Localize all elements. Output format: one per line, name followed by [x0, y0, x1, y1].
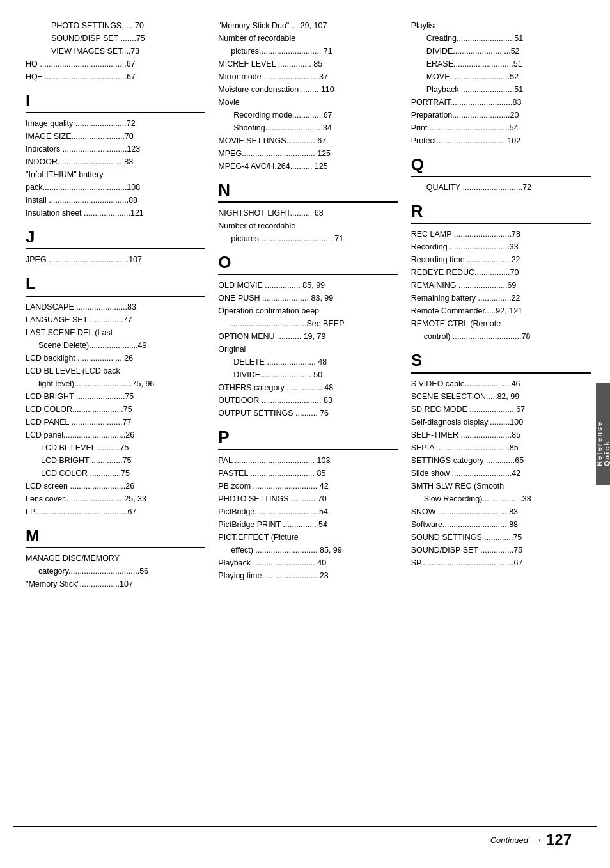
entry-erase: ERASE...........................51: [411, 58, 591, 70]
entry-sound-disp: SOUND/DISP SET ...............75: [411, 544, 591, 556]
entry-option-menu: OPTION MENU ........... 19, 79: [218, 330, 398, 343]
footer: Continued → 127: [13, 826, 597, 849]
entry-photo-settings: PHOTO SETTINGS ........... 70: [218, 493, 398, 505]
entry-old-movie: OLD MOVIE ................ 85, 99: [218, 279, 398, 292]
section-l: L: [26, 274, 205, 296]
entry-image-quality: Image quality .......................72: [26, 117, 205, 130]
entry-install: Install ................................…: [26, 194, 205, 207]
entry-self-timer: SELF-TIMER .......................85: [411, 429, 591, 441]
section-p: P: [218, 427, 398, 450]
entry-s-video: S VIDEO cable.....................46: [411, 377, 591, 390]
hqplus-entry: HQ+ ....................................…: [26, 70, 205, 83]
entry-lcd-bright-sub: LCD BRIGHT ..............75: [26, 454, 205, 467]
entry-num-recordable2: Number of recordable: [218, 219, 398, 232]
entry-lcd-color: LCD COLOR.......................75: [26, 403, 205, 416]
entry-lens-cover: Lens cover...........................25,…: [26, 493, 205, 505]
entry-manage-disc-page: category................................…: [26, 565, 205, 578]
entry-sepia: SEPIA .................................8…: [411, 441, 591, 454]
entry-quality: QUALITY ...........................72: [411, 181, 591, 194]
entry-delete: DELETE ...................... 48: [218, 356, 398, 368]
section-o: O: [218, 253, 398, 275]
entry-scene-selection: SCENE SELECTION.....82, 99: [411, 390, 591, 403]
entry-jpeg: JPEG ...................................…: [26, 253, 205, 266]
entry-language: LANGUAGE SET ...............77: [26, 313, 205, 326]
quick-reference-tab: Quick Reference: [596, 383, 610, 485]
section-s: S: [411, 351, 591, 373]
entry-pb-zoom: PB zoom ............................. 42: [218, 480, 398, 493]
entry-rec-lamp: REC LAMP ..........................78: [411, 228, 591, 241]
entry-playback: Playback ............................ 40: [218, 556, 398, 569]
entry-playback2: Playback ........................51: [411, 83, 591, 96]
section-i: I: [26, 91, 205, 113]
entry-others: OTHERS category ................ 48: [218, 381, 398, 394]
entry-pal: PAL ....................................…: [218, 454, 398, 467]
entry-lcd-bl-level-page: light level)..........................75…: [26, 377, 205, 390]
entry-insulation: Insulation sheet .....................12…: [26, 207, 205, 219]
section-m: M: [26, 526, 205, 548]
entry-remaining: REMAINING ......................69: [411, 279, 591, 292]
entry-op-confirm-ref: ..................................See BE…: [218, 317, 398, 330]
entry-sd-rec: SD REC MODE .....................67: [411, 403, 591, 416]
entry-movie: Movie: [218, 96, 398, 109]
entry-mirror: Mirror mode ........................ 37: [218, 70, 398, 83]
entry-self-diagnosis: Self-diagnosis display..........100: [411, 416, 591, 429]
entry-last-scene: LAST SCENE DEL (Last: [26, 326, 205, 339]
entry-num-recordable2-page: pictures ...............................…: [218, 232, 398, 245]
footer-arrow-icon: →: [533, 835, 542, 845]
entry-pict-effect-page: effect) ............................ 85,…: [218, 544, 398, 556]
entry-num-recordable1-page: pictures............................ 71: [218, 45, 398, 58]
entry-landscape: LANDSCAPE........................83: [26, 301, 205, 313]
entry-outdoor: OUTDOOR ........................... 83: [218, 394, 398, 407]
entry-nightshot: NIGHTSHOT LIGHT.......... 68: [218, 207, 398, 219]
sound-disp-entry: SOUND/DISP SET .......75: [26, 32, 205, 45]
entry-mpeg4: MPEG-4 AVC/H.264.......... 125: [218, 160, 398, 173]
entry-last-scene-page: Scene Delete)......................49: [26, 339, 205, 352]
entry-lcd-screen: LCD screen .........................26: [26, 480, 205, 493]
entry-op-confirm: Operation confirmation beep: [218, 304, 398, 317]
entry-pictbridge: PictBridge............................ 5…: [218, 505, 398, 518]
entry-indoor: INDOOR..............................83: [26, 155, 205, 168]
entry-one-push: ONE PUSH ..................... 83, 99: [218, 292, 398, 304]
entry-pastel: PASTEL ............................. 85: [218, 467, 398, 480]
entry-slide-show: Slide show ...........................42: [411, 467, 591, 480]
entry-software: Software..............................88: [411, 518, 591, 531]
entry-num-recordable1: Number of recordable: [218, 32, 398, 45]
entry-settings-cat: SETTINGS category .............65: [411, 454, 591, 467]
entry-original: Original: [218, 343, 398, 356]
entry-recording: Recording ...........................33: [411, 241, 591, 253]
entry-playlist: Playlist: [411, 19, 591, 32]
entry-lcd-bl-sub: LCD BL LEVEL ..........75: [26, 441, 205, 454]
entry-smth-slw: SMTH SLW REC (Smooth: [411, 480, 591, 493]
entry-lp: LP......................................…: [26, 505, 205, 518]
section-n: N: [218, 180, 398, 203]
entry-divide2: DIVIDE..........................52: [411, 45, 591, 58]
entry-memory-stick-duo: "Memory Stick Duo" ... 29, 107: [218, 19, 398, 32]
entry-pict-effect: PICT.EFFECT (Picture: [218, 531, 398, 544]
entry-infolithium-page: pack....................................…: [26, 181, 205, 194]
content-columns: PHOTO SETTINGS......70 SOUND/DISP SET ..…: [13, 19, 597, 820]
entry-sp: SP......................................…: [411, 556, 591, 569]
view-images-entry: VIEW IMAGES SET....73: [26, 45, 205, 58]
entry-remote-commander: Remote Commander.....92, 121: [411, 304, 591, 317]
section-j: J: [26, 227, 205, 249]
entry-movie-settings: MOVIE SETTINGS............. 67: [218, 134, 398, 147]
entry-manage-disc: MANAGE DISC/MEMORY: [26, 552, 205, 565]
entry-lcd-backlight: LCD backlight .....................26: [26, 352, 205, 365]
entry-micref: MICREF LEVEL ............... 85: [218, 58, 398, 70]
entry-lcd-bright: LCD BRIGHT ......................75: [26, 390, 205, 403]
entry-infolithium: "InfoLITHIUM" battery: [26, 168, 205, 181]
entry-protect: Protect................................1…: [411, 134, 591, 147]
entry-lcd-color-sub: LCD COLOR ..............75: [26, 467, 205, 480]
entry-sound-settings: SOUND SETTINGS .............75: [411, 531, 591, 544]
entry-mpeg: MPEG................................. 12…: [218, 147, 398, 160]
entry-pictbridge-print: PictBridge PRINT ............... 54: [218, 518, 398, 531]
entry-snow: SNOW ................................83: [411, 505, 591, 518]
entry-print: Print ..................................…: [411, 122, 591, 134]
entry-smth-slw-page: Slow Recording)..................38: [411, 493, 591, 505]
entry-lcd-panel: LCD PANEL .......................77: [26, 416, 205, 429]
footer-page-number: 127: [546, 831, 572, 849]
entry-creating: Creating..........................51: [411, 32, 591, 45]
entry-recording-mode: Recording mode............. 67: [218, 109, 398, 122]
entry-move: MOVE...........................52: [411, 70, 591, 83]
entry-remote-ctrl-page: control) ...............................…: [411, 330, 591, 343]
